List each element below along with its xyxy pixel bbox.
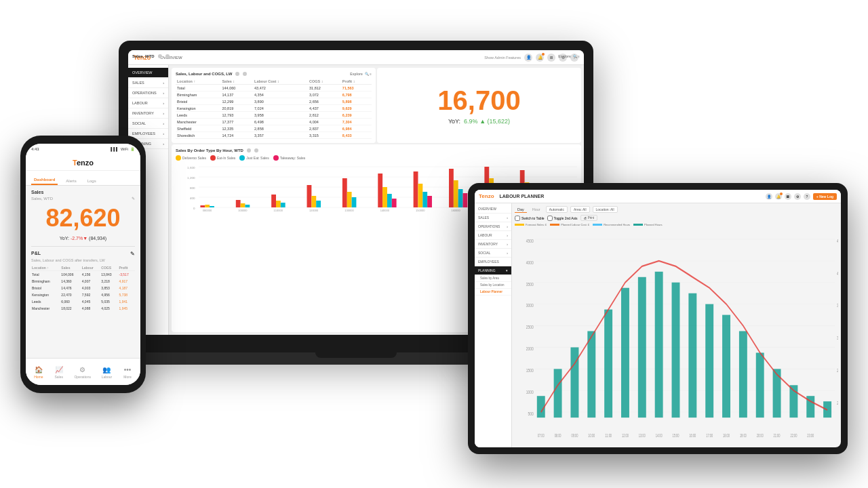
svg-rect-14 [241, 203, 245, 207]
svg-text:3500: 3500 [526, 281, 534, 286]
legend-recommended: Recommended Hours [593, 223, 630, 226]
pl-edit-icon[interactable]: ✎ [130, 251, 135, 257]
tenzo-logo-tablet: Tenzo [479, 193, 494, 199]
new-log-button[interactable]: + New Log [813, 193, 837, 200]
phone-pl-subtitle: Sales, Labour and COGS after transfers, … [31, 258, 135, 262]
phone-pl-header: P&L ✎ [31, 251, 135, 257]
phone-time: 4:43 [31, 147, 39, 151]
table-row: Bristol 12,299 3,890 2,656 5,898 [176, 98, 372, 105]
sidebar-item-social[interactable]: SOCIAL › [128, 119, 168, 129]
tablet-sub-labour-planner[interactable]: Labour Planner [475, 289, 511, 296]
table-row: Total 144,060 43,472 31,812 71,563 [176, 85, 372, 92]
area-select[interactable]: Area: All [570, 206, 590, 213]
phone-screen: 4:43 ▌▌▌ WiFi 🔋 Tenzo Dashboard [26, 144, 140, 385]
svg-text:17:00: 17:00 [706, 433, 713, 438]
nav-operations[interactable]: ⚙ Operations [74, 365, 90, 379]
switch-table-checkbox[interactable] [515, 216, 520, 221]
tablet-sub-sales-area[interactable]: Sales by Area [475, 275, 511, 282]
tablet-sidebar-planning[interactable]: PLANNING ▾ [475, 266, 511, 275]
svg-rect-27 [387, 194, 392, 207]
svg-text:130000: 130000 [344, 209, 353, 212]
svg-text:4000: 4000 [526, 259, 534, 264]
svg-rect-26 [382, 187, 387, 207]
tablet-topbar-icons: 👤 🔔 🖥 ⚙ ? + New Log [766, 193, 837, 200]
svg-text:1,200: 1,200 [187, 176, 195, 180]
svg-rect-19 [307, 185, 312, 207]
tablet-sidebar-overview[interactable]: OVERVIEW [475, 205, 511, 214]
chart-controls: Switch to Table Toggle 2nd Axis 🖨 Print [515, 215, 838, 221]
tablet-sidebar-operations[interactable]: OPERATIONS › [475, 222, 511, 231]
tablet-screen: Tenzo LABOUR PLANNER 👤 🔔 🖥 ⚙ ? + New Log [475, 190, 841, 447]
print-button[interactable]: 🖨 Print [580, 215, 598, 221]
svg-text:200: 200 [837, 400, 838, 405]
tablet-sidebar: OVERVIEW SALES › OPERATIONS › LABOUR › I… [475, 203, 512, 447]
toggle-axis-checkbox[interactable] [547, 216, 553, 221]
svg-rect-80 [554, 369, 562, 418]
switch-table-toggle[interactable]: Switch to Table [515, 216, 545, 221]
period-select[interactable]: Automatic [546, 206, 568, 213]
legend-just-eat: Just Eat: Sales [239, 155, 269, 161]
nav-more[interactable]: ••• More [123, 365, 132, 379]
svg-text:09:00: 09:00 [571, 433, 578, 438]
nav-sales[interactable]: 📈 Sales [54, 365, 64, 379]
svg-text:2000: 2000 [526, 346, 534, 351]
tablet-sidebar-sales[interactable]: SALES › [475, 214, 511, 222]
tablet-bell-icon[interactable]: 🔔 [775, 193, 782, 200]
tablet-monitor-icon[interactable]: 🖥 [785, 193, 791, 200]
svg-text:0: 0 [193, 207, 195, 210]
ph-col-loc: Location ↑ [31, 265, 60, 271]
sidebar-item-operations[interactable]: OPERATIONS › [128, 88, 168, 98]
sales-labour-cogs-panel: Sales, Labour and COGS, LW Explore 🔍 ≡ [172, 68, 376, 143]
sidebar-item-sales[interactable]: SALES › [128, 78, 168, 88]
tablet-sidebar-labour[interactable]: LABOUR › [475, 231, 511, 240]
svg-rect-90 [722, 315, 730, 418]
svg-text:21:00: 21:00 [774, 433, 781, 438]
scene: Tenzo OVERVIEW Show Admin Features 👤 🔔 🖥… [0, 0, 868, 488]
edit-icon[interactable]: ✎ [132, 196, 135, 201]
tablet-chart-area: 4500 4000 3500 3000 2500 2000 1500 1000 … [515, 228, 838, 445]
phone-tab-logs[interactable]: Logs [85, 176, 99, 185]
operations-icon: ⚙ [78, 365, 87, 374]
svg-rect-35 [458, 189, 463, 207]
sidebar-item-overview[interactable]: OVERVIEW [128, 68, 168, 78]
tab-day[interactable]: Day [515, 207, 527, 213]
explore-btn-left[interactable]: Explore 🔍 ≡ [350, 72, 372, 76]
sales-table: Location ↑ Sales ↕ Labour Cost ↕ COGS ↕ … [176, 79, 372, 139]
svg-rect-23 [347, 192, 352, 207]
phone-status-icons: ▌▌▌ WiFi 🔋 [111, 147, 135, 151]
svg-text:400: 400 [190, 197, 195, 200]
tablet-user-icon[interactable]: 👤 [766, 193, 772, 200]
tablet-help-icon[interactable]: ? [804, 193, 810, 200]
svg-text:080000: 080000 [203, 209, 212, 212]
svg-text:500: 500 [528, 411, 534, 416]
location-select[interactable]: Location: All [593, 206, 618, 213]
svg-rect-15 [245, 205, 250, 207]
tablet-sidebar-social[interactable]: SOCIAL › [475, 249, 511, 258]
phone-pl-title: P&L [31, 251, 41, 256]
lock-icon-chart [254, 148, 258, 152]
col-labour: Labour Cost ↕ [253, 79, 308, 85]
phone-tab-dashboard[interactable]: Dashboard [31, 175, 58, 185]
svg-rect-36 [463, 193, 468, 207]
phone-tab-alerts[interactable]: Alerts [63, 176, 79, 185]
sidebar-item-labour[interactable]: LABOUR › [128, 98, 168, 108]
svg-rect-24 [352, 197, 357, 207]
svg-rect-30 [418, 184, 422, 207]
sidebar-item-inventory[interactable]: INVENTORY › [128, 108, 168, 119]
yoy-pct: 6.9% ▲ (15,622) [464, 118, 510, 125]
tablet-gear-icon[interactable]: ⚙ [794, 193, 801, 200]
tablet-sub-sales-location[interactable]: Sales by Location [475, 282, 511, 289]
phone: 4:43 ▌▌▌ WiFi 🔋 Tenzo Dashboard [20, 136, 146, 393]
nav-home[interactable]: 🏠 Home [34, 365, 43, 379]
phone-sales-subtitle: Sales, WTD ✎ [31, 196, 135, 201]
tab-hour[interactable]: Hour [530, 207, 543, 212]
tablet-sidebar-inventory[interactable]: INVENTORY › [475, 240, 511, 249]
nav-labour[interactable]: 👥 Labour [102, 365, 113, 379]
svg-text:12:00: 12:00 [622, 433, 629, 438]
tablet-sidebar-employees[interactable]: EMPLOYEES [475, 258, 511, 266]
sales-wtd-big-number: 16,700 [437, 87, 520, 114]
tablet-main: OVERVIEW SALES › OPERATIONS › LABOUR › I… [475, 203, 841, 447]
phone-content: Sales Sales, WTD ✎ 82,620 YoY: -2.7%▼ (8… [26, 186, 140, 358]
toggle-2nd-axis[interactable]: Toggle 2nd Axis [547, 216, 578, 221]
svg-rect-10 [200, 205, 205, 207]
